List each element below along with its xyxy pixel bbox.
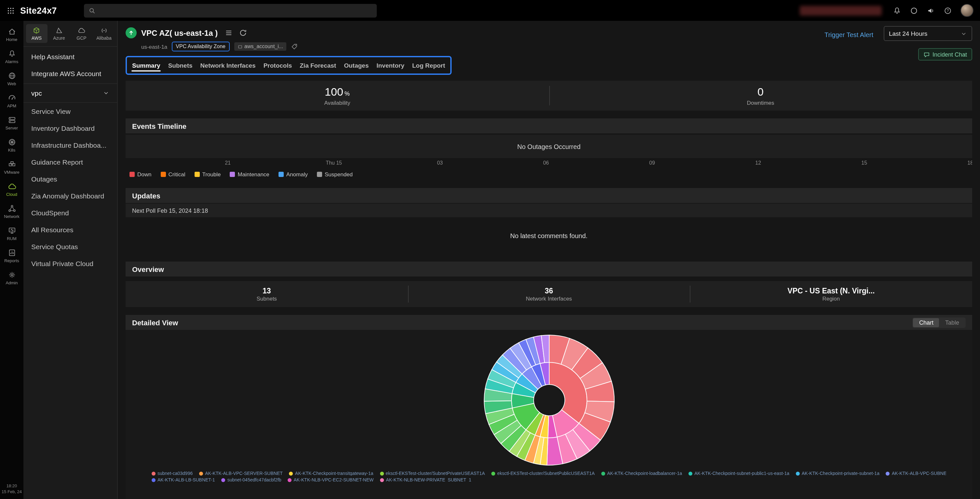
rail-item-home[interactable]: Home <box>0 24 24 46</box>
region-tag: us-east-1a <box>141 43 167 50</box>
announcements-icon[interactable] <box>927 6 935 14</box>
rum-icon <box>8 226 16 235</box>
azure-icon <box>55 27 63 35</box>
health-icon[interactable] <box>910 6 918 14</box>
chat-icon <box>923 51 930 57</box>
chart-legend-item-ak-ktk-alb-vpc-subnet-tgw-1[interactable]: AK-KTK-ALB-VPC-SUBNET-TGW-1 <box>886 471 946 475</box>
availability-card: 100% Availability 0 Downtimes <box>126 81 972 111</box>
tab-network-interfaces[interactable]: Network Interfaces <box>197 57 259 73</box>
up-arrow-icon <box>127 29 135 37</box>
chevron-down-icon <box>103 90 109 96</box>
sidebar-item-service-quotas[interactable]: Service Quotas <box>24 238 117 255</box>
legend-label: Trouble <box>202 171 221 178</box>
sidebar-item-virtual-private-cloud[interactable]: Virtual Private Cloud <box>24 255 117 272</box>
chart-legend-item-subnet-ca03d996[interactable]: subnet-ca03d996 <box>152 471 192 475</box>
global-search[interactable] <box>84 3 377 17</box>
chart-legend-item-ak-ktk-alb-lb-subnet-1[interactable]: AK-KTK-ALB-LB-SUBNET-1 <box>152 478 215 482</box>
box-icon <box>237 44 242 49</box>
rail-item-admin[interactable]: Admin <box>0 267 24 289</box>
rail-item-cloud[interactable]: Cloud <box>0 178 24 200</box>
chart-legend-item-eksctl-ekstest-cluster-subnetprivateuseast1a[interactable]: eksctl-EKSTest-cluster/SubnetPrivateUSEA… <box>380 471 485 475</box>
rail-item-alarms[interactable]: Alarms <box>0 46 24 68</box>
sidebar-item-cloudspend[interactable]: CloudSpend <box>24 204 117 221</box>
sidebar-item-integrate-aws-account[interactable]: Integrate AWS Account <box>24 65 117 82</box>
search-input[interactable] <box>100 7 372 14</box>
legend-dot <box>288 478 291 482</box>
sunburst-chart[interactable] <box>480 331 618 469</box>
refresh-icon[interactable] <box>239 29 247 37</box>
tab-subnets[interactable]: Subnets <box>164 57 197 73</box>
chart-toggle-button[interactable]: Chart <box>913 318 939 327</box>
sidebar-item-outages[interactable]: Outages <box>24 170 117 188</box>
legend-label: AK-KTK-Checkpoint-private-subnet-1a <box>802 471 880 475</box>
events-timeline-header: Events Timeline <box>126 118 972 133</box>
monitor-type-dropdown[interactable]: vpc <box>24 84 117 103</box>
tab-protocols[interactable]: Protocols <box>259 57 296 73</box>
chart-legend-item-subnet-045edfc47dacbf2fb[interactable]: subnet-045edfc47dacbf2fb <box>221 478 282 482</box>
chart-legend-item-eksctl-ekstest-cluster-subnetpublicuseast1a[interactable]: eksctl-EKSTest-cluster/SubnetPublicUSEAS… <box>491 471 595 475</box>
chart-legend-item-ak-ktk-checkpoint-subnet-public1-us-east-1a[interactable]: AK-KTK-Checkpoint-subnet-public1-us-east… <box>689 471 789 475</box>
monitor-menu-icon[interactable] <box>224 29 233 37</box>
tab-zia-forecast[interactable]: Zia Forecast <box>296 57 340 73</box>
provider-tab-alibaba[interactable]: Alibaba <box>93 24 115 43</box>
account-tag[interactable]: aws_account_i... <box>234 42 286 51</box>
avatar[interactable] <box>961 4 974 17</box>
rail-item-web[interactable]: Web <box>0 68 24 90</box>
trigger-test-alert-link[interactable]: Trigger Test Alert <box>824 31 873 38</box>
account-tag-label: aws_account_i... <box>244 44 283 49</box>
time-range-dropdown[interactable]: Last 24 Hours <box>884 26 972 41</box>
svg-text:?: ? <box>947 8 949 13</box>
sidebar-item-inventory-dashboard[interactable]: Inventory Dashboard <box>24 120 117 137</box>
provider-tab-gcp[interactable]: GCP <box>71 24 92 43</box>
rail-item-network[interactable]: Network <box>0 200 24 222</box>
sidebar-item-guidance-report[interactable]: Guidance Report <box>24 154 117 170</box>
sidebar-item-all-resources[interactable]: All Resources <box>24 221 117 238</box>
overview-value: VPC - US East (N. Virgi... <box>788 287 875 294</box>
bell-icon <box>893 6 901 14</box>
chart-legend-item-ak-ktk-nlb-new-private-subnet-1[interactable]: AK-KTK-NLB-NEW-PRIVATE_SUBNET_1 <box>380 478 471 482</box>
monitor-type-value: vpc <box>31 89 42 97</box>
table-toggle-button[interactable]: Table <box>939 318 965 327</box>
rail-item-vmware[interactable]: VMware <box>0 156 24 178</box>
chart-legend-item-ak-ktk-checkpoint-loadbalancer-1a[interactable]: AK-KTK-Checkpoint-loadbalancer-1a <box>601 471 682 475</box>
admin-icon <box>8 271 16 279</box>
rail-item-apm[interactable]: APM <box>0 90 24 112</box>
topbar-right: ? <box>800 4 974 17</box>
legend-label: AK-KTK-ALB-LB-SUBNET-1 <box>158 478 215 482</box>
legend-label: Down <box>137 171 151 178</box>
tab-summary[interactable]: Summary <box>128 57 164 73</box>
event-legend-trouble: Trouble <box>194 171 221 178</box>
rail-item-rum[interactable]: RUM <box>0 222 24 245</box>
availability-stat: 100% Availability <box>126 81 549 111</box>
rail-item-k8s[interactable]: K8s <box>0 134 24 156</box>
rail-item-reports[interactable]: Reports <box>0 245 24 267</box>
legend-swatch <box>129 172 135 177</box>
chart-legend-item-ak-ktk-alb-vpc-server-subnet[interactable]: AK-KTK-ALB-VPC-SERVER-SUBNET <box>199 471 283 475</box>
chart-legend-item-ak-ktk-checkpoint-private-subnet-1a[interactable]: AK-KTK-Checkpoint-private-subnet-1a <box>796 471 880 475</box>
provider-tab-azure[interactable]: Azure <box>48 24 70 43</box>
chart-legend-item-ak-ktk-nlb-vpc-ec2-subnet-new[interactable]: AK-KTK-NLB-VPC-EC2-SUBNET-NEW <box>288 478 374 482</box>
overview-stat-region: VPC - US East (N. Virgi...Region <box>690 281 972 307</box>
sidebar-item-infrastructure-dashboa[interactable]: Infrastructure Dashboa... <box>24 137 117 154</box>
incident-chat-button[interactable]: Incident Chat <box>918 48 972 60</box>
sidebar-item-help-assistant[interactable]: Help Assistant <box>24 48 117 65</box>
sidebar-item-service-view[interactable]: Service View <box>24 103 117 120</box>
tag-icon[interactable] <box>291 43 298 50</box>
site24x7-app: Site24x7 ? HomeAlarmsWebAPMServerK8sVMwa… <box>0 0 980 499</box>
rail-date: 15 Feb, 24 <box>0 489 24 496</box>
timeline-tick: Thu 15 <box>326 160 342 166</box>
tab-log-report[interactable]: Log Report <box>408 57 449 73</box>
help-icon[interactable]: ? <box>943 6 952 14</box>
overview-label: Region <box>822 295 840 302</box>
provider-tab-aws[interactable]: AWS <box>26 24 47 43</box>
rail-item-label: Reports <box>4 258 19 263</box>
apps-grid-icon[interactable] <box>6 6 15 14</box>
updates-panel: Updates Next Poll Feb 15, 2024 18:18 No … <box>126 188 972 254</box>
tab-inventory[interactable]: Inventory <box>372 57 408 73</box>
rail-item-server[interactable]: Server <box>0 112 24 134</box>
sidebar-item-zia-anomaly-dashboard[interactable]: Zia Anomaly Dashboard <box>24 188 117 204</box>
bell-icon[interactable] <box>893 6 901 14</box>
tab-outages[interactable]: Outages <box>340 57 372 73</box>
legend-swatch <box>161 172 165 177</box>
chart-legend-item-ak-ktk-checkpoint-transitgateway-1a[interactable]: AK-KTK-Checkpoint-transitgateway-1a <box>289 471 373 475</box>
